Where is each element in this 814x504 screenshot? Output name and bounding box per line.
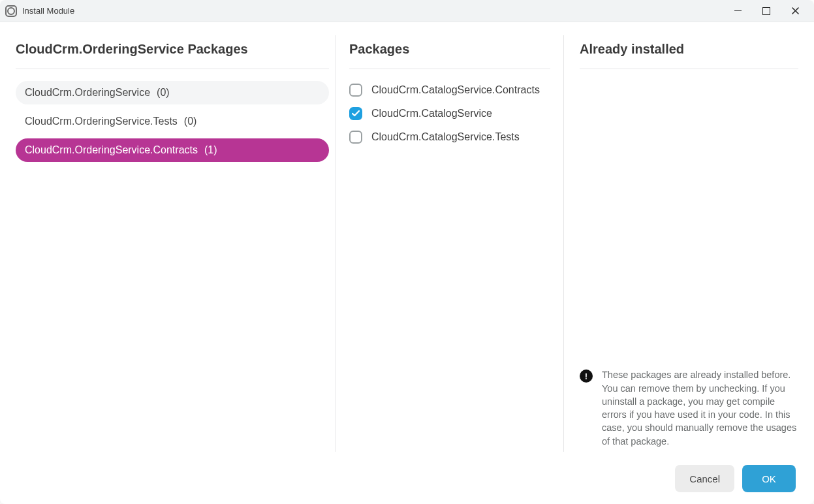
window-controls [730,4,809,18]
already-installed-title: Already installed [580,35,798,69]
content-area: CloudCrm.OrderingService Packages CloudC… [0,22,814,461]
project-package-row[interactable]: CloudCrm.OrderingService.Tests (0) [16,110,329,133]
check-icon [352,110,360,117]
info-text: These packages are already installed bef… [602,368,798,448]
info-block: ! These packages are already installed b… [580,368,798,452]
package-item[interactable]: CloudCrm.CatalogService [349,107,550,120]
packages-title: Packages [349,35,550,69]
maximize-button[interactable] [759,4,774,18]
already-installed-body: ! These packages are already installed b… [580,81,798,452]
packages-column: Packages CloudCrm.CatalogService.Contrac… [336,35,564,452]
package-checkbox[interactable] [349,131,362,144]
cancel-button[interactable]: Cancel [675,465,734,492]
app-icon [5,5,17,17]
project-package-count: (0) [184,116,197,127]
packages-list: CloudCrm.CatalogService.Contracts CloudC… [349,81,550,144]
footer: Cancel OK [0,461,814,504]
project-package-name: CloudCrm.OrderingService.Tests [25,116,178,127]
project-package-count: (1) [204,144,217,156]
project-package-name: CloudCrm.OrderingService [25,87,150,99]
package-item[interactable]: CloudCrm.CatalogService.Tests [349,131,550,144]
package-checkbox[interactable] [349,84,362,97]
package-label: CloudCrm.CatalogService.Tests [371,131,520,143]
window-title: Install Module [22,6,74,16]
project-packages-list: CloudCrm.OrderingService (0) CloudCrm.Or… [16,81,329,162]
project-packages-title: CloudCrm.OrderingService Packages [16,35,329,69]
ok-button[interactable]: OK [742,465,796,492]
package-checkbox-checked[interactable] [349,107,362,120]
window-frame: Install Module CloudCrm.OrderingService … [0,0,814,504]
package-label: CloudCrm.CatalogService [371,108,492,119]
close-button[interactable] [788,4,802,18]
info-icon: ! [580,370,593,383]
project-package-count: (0) [157,87,170,99]
project-package-row[interactable]: CloudCrm.OrderingService (0) [16,81,329,104]
close-icon [792,7,799,14]
project-package-row-selected[interactable]: CloudCrm.OrderingService.Contracts (1) [16,138,329,162]
already-installed-column: Already installed ! These packages are a… [564,35,798,452]
project-package-name: CloudCrm.OrderingService.Contracts [25,144,198,156]
project-packages-column: CloudCrm.OrderingService Packages CloudC… [16,35,336,452]
package-item[interactable]: CloudCrm.CatalogService.Contracts [349,84,550,97]
titlebar: Install Module [0,0,814,22]
minimize-button[interactable] [730,4,745,18]
package-label: CloudCrm.CatalogService.Contracts [371,84,540,96]
